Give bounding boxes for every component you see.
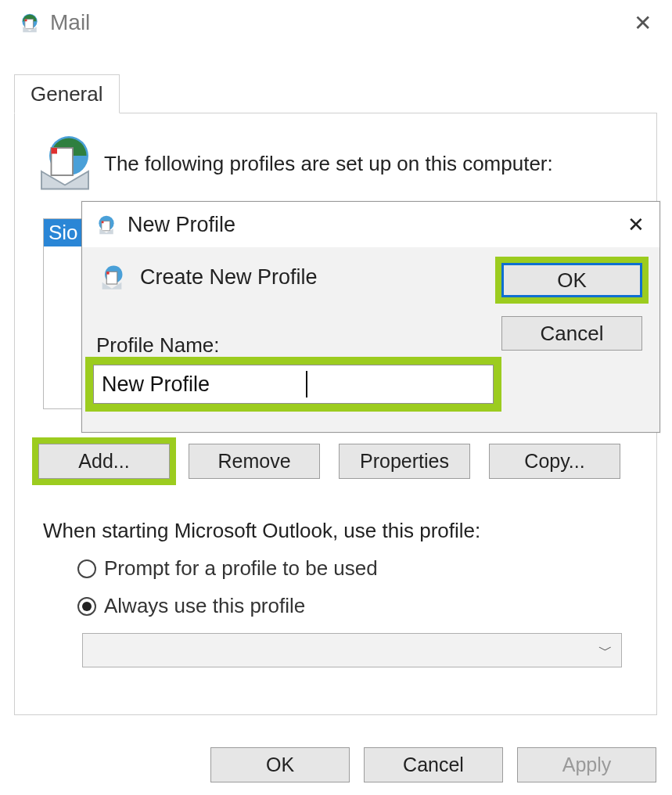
properties-button[interactable]: Properties	[339, 444, 470, 479]
svg-rect-11	[106, 272, 109, 274]
dialog-titlebar: New Profile ✕	[82, 202, 659, 247]
cancel-button[interactable]: Cancel	[364, 747, 503, 782]
profile-name-input[interactable]	[93, 365, 494, 404]
tab-general[interactable]: General	[14, 74, 120, 113]
profiles-intro: The following profiles are set up on thi…	[104, 152, 553, 176]
radio-icon	[77, 597, 96, 616]
radio-prompt[interactable]: Prompt for a profile to be used	[77, 556, 378, 581]
add-button[interactable]: Add...	[38, 444, 170, 479]
text-caret	[306, 371, 307, 398]
copy-button[interactable]: Copy...	[489, 444, 620, 479]
profiles-icon	[31, 129, 99, 198]
ok-button[interactable]: OK	[210, 747, 350, 782]
startup-label: When starting Microsoft Outlook, use thi…	[43, 519, 480, 543]
radio-icon	[77, 559, 96, 578]
dialog-heading-row: Create New Profile	[96, 261, 318, 293]
remove-button[interactable]: Remove	[189, 444, 320, 479]
tab-label: General	[31, 82, 103, 106]
profile-button-row: Add... Remove Properties Copy...	[38, 444, 620, 479]
mail-icon	[19, 12, 41, 34]
dialog-heading: Create New Profile	[140, 265, 318, 290]
svg-rect-2	[25, 20, 27, 22]
profile-name-input-wrap	[93, 365, 494, 404]
svg-rect-5	[52, 148, 58, 154]
profile-dropdown[interactable]: ﹀	[82, 633, 622, 667]
dialog-action-row: OK Cancel Apply	[0, 740, 672, 789]
mail-icon	[95, 213, 118, 236]
close-icon[interactable]: ✕	[622, 213, 650, 237]
radio-always[interactable]: Always use this profile	[77, 594, 305, 618]
profiles-header: The following profiles are set up on thi…	[31, 129, 641, 198]
svg-rect-8	[102, 221, 104, 224]
close-icon[interactable]: ✕	[627, 10, 658, 36]
apply-button: Apply	[517, 747, 656, 782]
window-title: Mail	[50, 10, 90, 35]
profile-name-label: Profile Name:	[96, 333, 220, 358]
profile-icon	[96, 261, 128, 293]
titlebar: Mail ✕	[0, 0, 672, 45]
radio-always-label: Always use this profile	[104, 594, 305, 618]
chevron-down-icon: ﹀	[590, 641, 621, 660]
dialog-ok-button[interactable]: OK	[501, 263, 642, 297]
dialog-title: New Profile	[128, 213, 235, 237]
new-profile-dialog: New Profile ✕ Create New Profile OK	[81, 201, 660, 433]
dialog-cancel-button[interactable]: Cancel	[501, 316, 642, 351]
radio-prompt-label: Prompt for a profile to be used	[104, 556, 378, 581]
dialog-body: Create New Profile OK Cancel Profile Nam…	[82, 247, 659, 432]
mail-window: Mail ✕ General The following profiles ar…	[0, 0, 672, 795]
